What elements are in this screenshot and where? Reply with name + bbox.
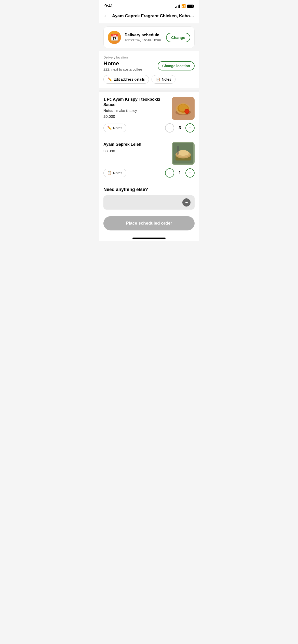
item-notes-button[interactable]: ✏️ Notes <box>103 124 126 132</box>
home-bar <box>132 238 166 239</box>
svg-point-11 <box>178 150 189 156</box>
change-location-button[interactable]: Change location <box>158 61 195 70</box>
notes-label: Notes <box>103 109 113 113</box>
increase-quantity-button[interactable]: + <box>185 123 195 133</box>
svg-rect-12 <box>177 146 179 155</box>
item-content: Ayam Geprek Leleh 33.990 <box>103 142 195 165</box>
item-image <box>172 97 195 120</box>
search-bar[interactable]: ··· <box>103 195 195 210</box>
status-bar: 9:41 📶 <box>99 0 199 10</box>
pencil-icon: ✏️ <box>107 126 112 130</box>
battery-icon <box>187 5 194 8</box>
item-notes-text: Notes : make it spicy <box>103 109 169 113</box>
location-row: Home 222, next to costa coffee Change lo… <box>103 60 195 71</box>
order-section: 1 Pc Ayam Krispy Tteokbokki Sauce Notes … <box>99 92 199 182</box>
item-footer: 📋 Notes − 1 + <box>103 168 195 178</box>
notepad-icon: 📋 <box>107 171 112 175</box>
quantity-controls: − 1 + <box>165 168 195 178</box>
increase-quantity-button[interactable]: + <box>185 168 195 178</box>
item-price: 20.000 <box>103 114 169 119</box>
notes-btn-label: Notes <box>113 126 123 130</box>
place-order-button[interactable]: Place scheduled order <box>103 216 195 230</box>
place-order-section: Place scheduled order <box>99 213 199 236</box>
notepad-icon: 📋 <box>156 77 160 81</box>
wifi-icon: 📶 <box>181 4 186 8</box>
food-image-placeholder-2 <box>172 142 195 165</box>
item-image <box>172 142 195 165</box>
signal-icon <box>175 4 180 8</box>
order-item: 1 Pc Ayam Krispy Tteokbokki Sauce Notes … <box>99 92 199 137</box>
more-options-button[interactable]: ··· <box>182 198 191 207</box>
location-label: Delivery location <box>103 55 195 59</box>
quantity-value: 1 <box>177 170 182 175</box>
status-icons: 📶 <box>175 4 194 8</box>
change-schedule-button[interactable]: Change <box>166 33 190 42</box>
order-item: Ayam Geprek Leleh 33.990 📋 <box>99 137 199 182</box>
quantity-controls: − 3 + <box>165 123 195 133</box>
item-details: Ayam Geprek Leleh 33.990 <box>103 142 169 165</box>
location-actions: ✏️ Edit address details 📋 Notes <box>103 75 195 84</box>
need-more-title: Need anything else? <box>103 187 195 192</box>
schedule-title: Delivery schedule <box>125 33 162 37</box>
time: 9:41 <box>104 4 113 9</box>
schedule-icon: 📅 <box>108 31 121 44</box>
item-name: Ayam Geprek Leleh <box>103 142 169 147</box>
location-name: Home <box>103 60 158 67</box>
item-name: 1 Pc Ayam Krispy Tteokbokki Sauce <box>103 97 169 108</box>
item-footer: ✏️ Notes − 3 + <box>103 123 195 133</box>
svg-point-6 <box>185 110 189 113</box>
header: ← Ayam Geprek Fragrant Chicken, Kebon Ka… <box>99 10 199 23</box>
location-address: 222, next to costa coffee <box>103 67 158 71</box>
address-notes-button[interactable]: 📋 Notes <box>152 75 175 84</box>
delivery-location-section: Delivery location Home 222, next to cost… <box>99 51 199 88</box>
item-notes-button[interactable]: 📋 Notes <box>103 169 126 177</box>
pencil-icon: ✏️ <box>108 77 112 81</box>
item-content: 1 Pc Ayam Krispy Tteokbokki Sauce Notes … <box>103 97 195 120</box>
schedule-info: Delivery schedule Tomorrow, 15:30-16:00 <box>125 33 162 42</box>
section-divider <box>99 90 199 92</box>
edit-address-button[interactable]: ✏️ Edit address details <box>103 75 149 84</box>
location-info: Home 222, next to costa coffee <box>103 60 158 71</box>
back-button[interactable]: ← <box>103 13 109 19</box>
home-indicator <box>99 236 199 241</box>
decrease-quantity-button[interactable]: − <box>165 123 174 133</box>
item-details: 1 Pc Ayam Krispy Tteokbokki Sauce Notes … <box>103 97 169 120</box>
notes-btn-label: Notes <box>113 171 123 175</box>
need-more-section: Need anything else? ··· <box>99 182 199 213</box>
schedule-time: Tomorrow, 15:30-16:00 <box>125 38 162 42</box>
delivery-schedule-card: 📅 Delivery schedule Tomorrow, 15:30-16:0… <box>103 26 195 48</box>
decrease-quantity-button[interactable]: − <box>165 168 174 178</box>
quantity-value: 3 <box>177 125 182 130</box>
page-title: Ayam Geprek Fragrant Chicken, Kebon Kac.… <box>112 13 195 19</box>
food-image-placeholder <box>172 97 195 120</box>
edit-address-label: Edit address details <box>114 77 145 81</box>
item-price: 33.990 <box>103 149 169 153</box>
address-notes-label: Notes <box>162 77 171 81</box>
